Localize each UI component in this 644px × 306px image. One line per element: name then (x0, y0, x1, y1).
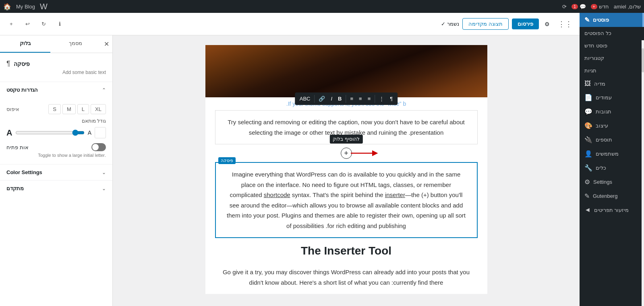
advanced-section[interactable]: ⌄ מתקדם (0, 181, 112, 196)
inline-paragraph-button[interactable]: ¶ (387, 94, 395, 103)
sidebar-item-design[interactable]: עיצוב 🎨 (580, 119, 644, 133)
sidebar-item-pages[interactable]: עמודים 📄 (580, 90, 644, 105)
users-label: משתמשים (596, 151, 619, 157)
save-label-text: נשמר (447, 21, 459, 27)
editor-toolbar: ⋮⋮ ⚙ פירסום תצוגה מקדימה נשמר ✓ ℹ ↻ ↩ + (0, 13, 580, 35)
media-icon: 🖼 (584, 80, 591, 87)
toolbar-dots-button[interactable]: ⋮⋮ (555, 17, 575, 31)
text-settings-chevron: ⌃ (102, 87, 106, 93)
font-size-slider[interactable] (15, 129, 84, 136)
admin-new-link[interactable]: חדש + (591, 4, 609, 10)
panel-close-button[interactable]: ✕ (101, 35, 112, 53)
gutenberg-label: Gutenberg (593, 193, 617, 199)
publish-button[interactable]: פירסום (512, 18, 539, 29)
size-buttons: XL L M S (48, 104, 106, 114)
sidebar-item-new-post[interactable]: פוסט חדש (580, 39, 644, 52)
font-color-box[interactable] (95, 127, 106, 138)
wp-sidebar: פוסטים ✎ כל הפוסטים פוסט חדש קטגוריות תג… (580, 13, 644, 306)
typography-reset[interactable]: איפוס (6, 106, 19, 112)
body-paragraph[interactable]: Go give it a try, you may discover thing… (205, 264, 487, 294)
wp-logo[interactable]: W (40, 2, 48, 11)
save-check-icon: ✓ (441, 21, 445, 27)
redo-button[interactable]: ↻ (37, 18, 50, 31)
admin-bar-right: W My Blog 🏠 (3, 2, 48, 11)
sidebar-item-collapse[interactable]: מיזעור תפריטים ◄ (580, 203, 644, 217)
sidebar-item-posts[interactable]: פוסטים ✎ (580, 13, 644, 27)
drop-cap-row: אות פתיח (6, 143, 106, 151)
selected-paragraph-wrapper: פיסקה Imagine everything that WordPress … (215, 162, 478, 238)
heading-block: The Inserter Tool (205, 238, 487, 264)
users-icon: 👤 (584, 150, 592, 158)
inline-align-left-button[interactable]: ≡ (348, 94, 356, 103)
sidebar-item-users[interactable]: משתמשים 👤 (580, 147, 644, 161)
toolbar-gear-button[interactable]: ⚙ (542, 18, 552, 30)
drop-cap-toggle[interactable] (91, 143, 106, 151)
save-status: נשמר ✓ (441, 21, 459, 27)
preview-button[interactable]: תצוגה מקדימה (462, 18, 509, 30)
font-size-large-a: A (6, 128, 12, 138)
inline-sep-1 (314, 95, 315, 103)
size-s-button[interactable]: S (48, 104, 61, 114)
shortcode-link[interactable]: shortcode (264, 191, 290, 198)
sidebar-item-categories[interactable]: קטגוריות (580, 52, 644, 64)
admin-notif[interactable]: 💬 1 (572, 4, 586, 10)
toolbar-right: ℹ ↻ ↩ + (5, 18, 66, 31)
inserter-wrapper: להוסיף בלוק + (341, 148, 352, 159)
block-panel: ✕ מסמך בלוק פיסקה ¶ Add some basic text (0, 35, 113, 306)
block-type-label: פיסקה ¶ (6, 60, 106, 68)
main-layout: פוסטים ✎ כל הפוסטים פוסט חדש קטגוריות תג… (0, 13, 644, 306)
inserter-area: להוסיף בלוק + (205, 144, 487, 162)
color-settings-chevron: ⌄ (102, 170, 106, 175)
text-settings-header[interactable]: ⌃ הגדרות טקסט (0, 82, 112, 98)
inline-abc-button[interactable]: ABC (297, 94, 313, 103)
collapse-label: מיזעור תפריטים (594, 207, 629, 213)
inserter-tooltip: להוסיף בלוק (329, 135, 362, 144)
admin-new-label: חדש (599, 4, 609, 10)
editor-canvas[interactable]: .If your theme supports it, you'll see t… (113, 35, 580, 306)
undo-button[interactable]: ↩ (21, 18, 34, 31)
sidebar-item-media[interactable]: מדיה 🖼 (580, 77, 644, 90)
add-block-button[interactable]: + (5, 18, 18, 31)
drop-cap-hint: .Toggle to show a large initial letter (6, 153, 106, 158)
selected-paragraph-block[interactable]: Imagine everything that WordPress can do… (215, 162, 478, 238)
pages-icon: 📄 (584, 94, 592, 101)
toggle-knob (92, 144, 99, 150)
inline-align-right-button[interactable]: ≡ (365, 94, 373, 103)
block-type-icon: ¶ (6, 60, 10, 68)
inline-align-center-button[interactable]: ≡ (356, 94, 364, 103)
inline-link-button[interactable]: 🔗 (316, 94, 327, 103)
sidebar-item-tags[interactable]: תגיות (580, 64, 644, 77)
block-type-section: פיסקה ¶ Add some basic text (0, 53, 112, 82)
admin-greeting: שלום, amiel (614, 4, 641, 10)
heading-text[interactable]: The Inserter Tool (215, 244, 478, 257)
admin-updates[interactable]: ⟳ (562, 4, 567, 10)
inserter-link[interactable]: inserter (385, 191, 405, 198)
new-post-label: פוסט חדש (584, 43, 607, 49)
site-icon[interactable]: 🏠 (3, 3, 11, 10)
selected-paragraph-text: Imagine everything that WordPress can do… (227, 171, 466, 229)
sidebar-item-plugins[interactable]: תוספים 🔌 (580, 133, 644, 147)
drop-cap-label: אות פתיח (6, 144, 29, 150)
toolbar-left: ⋮⋮ ⚙ פירסום תצוגה מקדימה נשמר ✓ (441, 17, 575, 31)
inline-italic-button[interactable]: I (328, 94, 335, 103)
color-settings-section[interactable]: ⌄ Color Settings (0, 164, 112, 181)
size-xl-button[interactable]: XL (91, 104, 106, 114)
sidebar-item-gutenberg[interactable]: Gutenberg ✎ (580, 189, 644, 203)
tab-block[interactable]: בלוק (0, 35, 50, 53)
sidebar-item-comments[interactable]: תגובות 💬 (580, 105, 644, 119)
size-m-button[interactable]: M (62, 104, 76, 114)
tab-document[interactable]: מסמך (50, 35, 101, 53)
info-button[interactable]: ℹ (53, 18, 66, 31)
sidebar-item-tools[interactable]: כלים 🔧 (580, 161, 644, 175)
myblog-label[interactable]: My Blog (16, 4, 35, 10)
plugins-label: תוספים (596, 137, 612, 143)
panel-tabs: ✕ מסמך בלוק (0, 35, 112, 53)
inline-more-button[interactable]: ⋮ (377, 94, 387, 103)
block-type-name: פיסקה (14, 61, 30, 67)
sidebar-item-all-posts[interactable]: כל הפוסטים (580, 27, 644, 39)
design-icon: 🎨 (584, 122, 592, 129)
inline-sep-2 (346, 95, 346, 103)
size-l-button[interactable]: L (77, 104, 89, 114)
inline-bold-button[interactable]: B (335, 94, 344, 103)
sidebar-item-settings[interactable]: Settings ⚙ (580, 175, 644, 189)
